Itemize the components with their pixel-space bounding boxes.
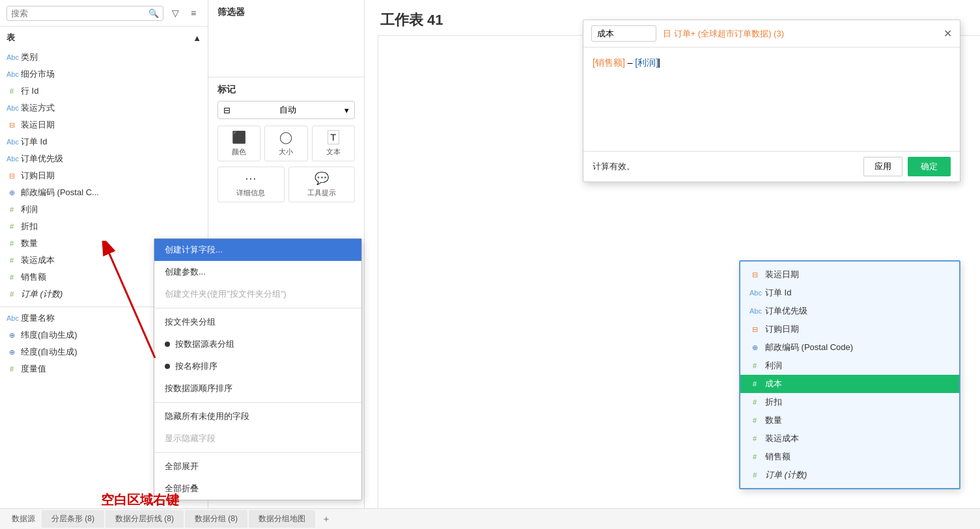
mark-dropdown[interactable]: ⊟ 自动 ▾ [217,101,355,119]
context-menu: 创建计算字段... 创建参数... 创建文件夹(使用"按文件夹分组") 按文件夹… [154,238,362,500]
formula-operator: – [628,57,636,68]
hash-icon: # [7,223,17,230]
dropdown-field-label: 订单优先级 [765,305,807,317]
dropdown-item[interactable]: ⊕ 邮政编码 (Postal Code) [740,338,959,357]
dropdown-field-label: 利润 [765,360,782,372]
list-item[interactable]: Abc 订单优先级 [0,150,208,167]
hash-icon: # [7,273,17,281]
tab-layered-bar[interactable]: 分层条形 (8) [42,510,104,528]
annotation-label: 空白区域右键 [101,491,179,509]
tab-data-map[interactable]: 数据分组地图 [249,510,315,528]
list-item[interactable]: Abc 装运方式 [0,100,208,116]
list-item[interactable]: # 行 Id [0,83,208,100]
calendar-icon: ⊟ [7,172,17,180]
separator-2 [154,402,361,403]
view-toggle-icon[interactable]: ≡ [186,5,201,21]
search-input-wrapper[interactable]: 🔍 [7,6,163,21]
separator-3 [154,452,361,453]
mark-title: 标记 [217,84,355,96]
ctx-group-by-datasource[interactable]: 按数据源表分组 [154,333,361,355]
dropdown-field-label: 销售额 [765,451,791,463]
globe-icon: ⊕ [7,331,17,340]
hash-icon: # [749,398,760,406]
mark-detail[interactable]: ⋯ 详细信息 [217,167,285,202]
dropdown-item[interactable]: # 折扣 [740,393,959,411]
formula-text: [销售额] – [利润] [593,55,951,70]
dropdown-item[interactable]: ⊟ 装运日期 [740,265,959,284]
mark-dropdown-icon: ⊟ [223,105,231,115]
dropdown-item[interactable]: Abc 订单优先级 [740,302,959,320]
field-label: 折扣 [21,221,38,232]
formula-close-button[interactable]: ✕ [944,27,952,40]
formula-ref-profit: [利润] [635,57,658,68]
formula-footer: 计算有效。 应用 确定 [583,152,960,182]
search-input[interactable] [11,8,148,18]
detail-label: 详细信息 [236,188,265,198]
ctx-expand-all[interactable]: 全部展开 [154,455,361,478]
abc-icon: Abc [7,104,17,112]
dropdown-item[interactable]: # 数量 [740,411,959,429]
tab-data-group[interactable]: 数据分组 (8) [185,510,247,528]
field-label: 订购日期 [21,170,55,182]
ctx-sort-by-name[interactable]: 按名称排序 [154,355,361,377]
field-label: 利润 [21,204,38,215]
list-item[interactable]: ⊕ 邮政编码 (Postal C... [0,184,208,201]
bullet-icon [165,364,170,369]
formula-header: 日 订单+ (全球超市订单数据) (3) ✕ [583,20,960,47]
field-label: 经度(自动生成) [21,346,77,358]
section-header: 表 ▲ [0,27,208,49]
field-label: 细分市场 [21,68,55,80]
list-item[interactable]: # 利润 [0,201,208,218]
formula-name-input[interactable] [591,25,656,42]
datasource-label[interactable]: 数据源 [7,513,40,524]
section-collapse-icon[interactable]: ▲ [193,33,201,43]
formula-editor[interactable]: [销售额] – [利润] [583,47,960,152]
abc-icon: Abc [7,53,17,61]
list-item[interactable]: ⊟ 装运日期 [0,116,208,133]
dropdown-item[interactable]: # 销售额 [740,448,959,466]
formula-cursor [658,59,660,68]
ctx-hide-unused[interactable]: 隐藏所有未使用的字段 [154,405,361,427]
ctx-sort-by-datasource[interactable]: 按数据源顺序排序 [154,377,361,400]
mark-text[interactable]: T 文本 [312,126,355,161]
ctx-group-by-folder[interactable]: 按文件夹分组 [154,311,361,333]
hash-icon: # [749,380,760,388]
list-item[interactable]: Abc 类别 [0,49,208,66]
dropdown-item[interactable]: ⊟ 订购日期 [740,320,959,338]
hash-icon: # [749,362,760,370]
sidebar-search: 🔍 ▽ ≡ [0,0,208,27]
hash-icon: # [7,365,17,373]
abc-icon: Abc [7,155,17,163]
formula-status: 计算有效。 [593,161,635,172]
list-item[interactable]: Abc 订单 Id [0,133,208,150]
ok-button[interactable]: 确定 [908,157,951,176]
tab-layered-line[interactable]: 数据分层折线 (8) [105,510,184,528]
dropdown-item[interactable]: Abc 订单 Id [740,284,959,302]
hash-icon: # [7,87,17,95]
calendar-icon: ⊟ [749,271,760,279]
filter-icon[interactable]: ▽ [167,5,183,21]
hash-icon: # [7,256,17,264]
mark-size[interactable]: ◯ 大小 [264,126,307,161]
list-item[interactable]: # 折扣 [0,218,208,235]
ctx-collapse-all[interactable]: 全部折叠 [154,478,361,500]
add-tab-button[interactable]: ＋ [316,511,336,528]
dropdown-field-label: 装运成本 [765,433,799,444]
mark-tooltip[interactable]: 💬 工具提示 [288,167,356,202]
tooltip-label: 工具提示 [307,188,336,198]
dropdown-item[interactable]: # 利润 [740,357,959,375]
mark-color[interactable]: ⬛ 颜色 [217,126,260,161]
apply-button[interactable]: 应用 [863,157,903,176]
ctx-create-parameter[interactable]: 创建参数... [154,261,361,283]
dropdown-item[interactable]: # 订单 (计数) [740,466,959,484]
dropdown-item[interactable]: # 装运成本 [740,429,959,448]
field-label: 装运方式 [21,102,55,114]
dropdown-field-label: 数量 [765,414,782,426]
separator-1 [154,308,361,308]
dropdown-item-selected[interactable]: # 成本 [740,375,959,393]
dropdown-field-label: 订购日期 [765,323,799,335]
sidebar-toolbar-icons: ▽ ≡ [167,5,201,21]
ctx-create-calculated-field[interactable]: 创建计算字段... [154,239,361,261]
list-item[interactable]: Abc 细分市场 [0,66,208,83]
list-item[interactable]: ⊟ 订购日期 [0,167,208,184]
